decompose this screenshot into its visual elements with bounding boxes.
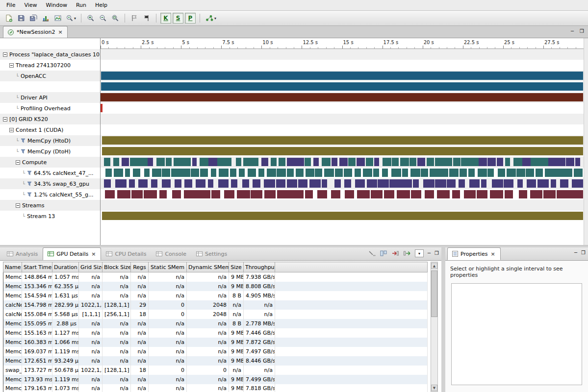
- kernel-interval[interactable]: [504, 179, 513, 188]
- timeline-row-label[interactable]: └Driver API: [0, 92, 101, 103]
- kernel-interval[interactable]: [479, 158, 487, 166]
- filter-icon[interactable]: [27, 192, 32, 197]
- kernel-interval[interactable]: [470, 158, 479, 166]
- kernel-interval[interactable]: [258, 169, 264, 177]
- timeline-row-label[interactable]: └34.3% swap_63_gpu: [0, 178, 101, 189]
- kernel-interval[interactable]: [252, 158, 258, 166]
- kernel-interval[interactable]: [271, 158, 277, 166]
- kernel-interval[interactable]: [305, 158, 311, 166]
- maximize-view-icon[interactable]: ❒: [580, 28, 584, 35]
- collapse-toggle-icon[interactable]: [16, 203, 20, 208]
- kernel-interval[interactable]: [557, 158, 566, 166]
- kernel-interval[interactable]: [401, 179, 412, 188]
- kernel-interval[interactable]: [526, 169, 534, 177]
- kernel-interval[interactable]: [468, 169, 475, 177]
- table-vertical-scrollbar[interactable]: ▲ ▼: [431, 262, 438, 392]
- kernel-interval[interactable]: [378, 179, 389, 188]
- timeline-bar[interactable]: [101, 93, 583, 101]
- column-header-throughput[interactable]: Throughput: [244, 262, 275, 272]
- next-marker-button[interactable]: [128, 12, 140, 24]
- kernel-interval[interactable]: [366, 158, 373, 166]
- kernel-interval[interactable]: [113, 158, 119, 166]
- kernel-interval[interactable]: [435, 179, 446, 188]
- kernel-interval[interactable]: [139, 158, 148, 166]
- kernel-interval[interactable]: [239, 169, 245, 177]
- view-menu-button[interactable]: ▾: [415, 249, 424, 257]
- kernel-interval[interactable]: [152, 169, 161, 177]
- timeline-row-label[interactable]: └Profiling Overhead: [0, 103, 101, 114]
- kernel-interval[interactable]: [332, 158, 337, 166]
- timeline-bar[interactable]: [102, 212, 583, 220]
- timeline-row-label[interactable]: └OpenACC: [0, 71, 101, 81]
- timeline-bar[interactable]: [101, 104, 102, 112]
- timeline-lane[interactable]: [101, 71, 584, 81]
- kernel-interval[interactable]: [251, 190, 262, 198]
- collapse-toggle-icon[interactable]: [3, 117, 7, 122]
- kernel-interval[interactable]: [144, 169, 150, 177]
- kernel-interval[interactable]: [277, 169, 286, 177]
- kernel-interval[interactable]: [517, 179, 522, 188]
- kernel-interval[interactable]: [174, 158, 182, 166]
- kernel-interval[interactable]: [382, 169, 388, 177]
- tab-console[interactable]: Console: [151, 247, 191, 260]
- kernel-interval[interactable]: [162, 169, 170, 177]
- column-header-grid-size[interactable]: Grid Size: [79, 262, 102, 272]
- kernel-interval[interactable]: [211, 169, 216, 177]
- timeline-lane[interactable]: [101, 157, 584, 168]
- gpu-table-row[interactable]: Memcp172.651 ms93.249 µsn/an/an/an/an/a9…: [3, 356, 428, 366]
- kernel-interval[interactable]: [539, 158, 548, 166]
- kernel-interval[interactable]: [560, 179, 568, 188]
- timeline-row-label[interactable]: └1.2% calcNext_55_g...: [0, 189, 101, 200]
- kernel-interval[interactable]: [481, 179, 487, 188]
- gpu-table-row[interactable]: Memcp148.864 ms1.057 msn/an/an/an/an/a9 …: [3, 272, 428, 282]
- kernel-interval[interactable]: [105, 190, 115, 198]
- kernel-interval[interactable]: [435, 158, 444, 166]
- timeline-bar[interactable]: [102, 136, 583, 145]
- kernel-interval[interactable]: [505, 190, 513, 198]
- timeline-lane[interactable]: [101, 103, 584, 114]
- kernel-interval[interactable]: [537, 179, 549, 188]
- gpu-table-row[interactable]: Memcp153.346 ms62.355 µsn/an/an/an/an/a9…: [3, 282, 428, 291]
- kernel-interval[interactable]: [417, 158, 425, 166]
- kernel-interval[interactable]: [196, 179, 206, 188]
- timeline-lane[interactable]: [101, 168, 584, 178]
- kernel-interval[interactable]: [478, 169, 487, 177]
- minimize-properties-icon[interactable]: ─: [574, 249, 577, 256]
- menu-view[interactable]: View: [20, 0, 41, 10]
- column-header-regs[interactable]: Regs: [131, 262, 149, 272]
- timeline-lane[interactable]: [101, 189, 584, 200]
- kernel-interval[interactable]: [296, 169, 303, 177]
- kernel-interval[interactable]: [530, 190, 542, 198]
- timeline-bar[interactable]: [101, 82, 583, 91]
- scroll-down-icon[interactable]: ▼: [431, 385, 437, 391]
- kernel-interval[interactable]: [277, 190, 290, 198]
- kernel-interval[interactable]: [231, 179, 237, 188]
- timeline-vertical-scrollbar[interactable]: [584, 38, 588, 245]
- kernel-interval[interactable]: [242, 179, 249, 188]
- kernel-interval[interactable]: [551, 179, 556, 188]
- kernel-interval[interactable]: [335, 169, 343, 177]
- gpu-table-row[interactable]: calcNe154.798 ms282.99 µs1022,1,1][128,1…: [3, 300, 428, 310]
- kernel-interval[interactable]: [306, 169, 314, 177]
- timeline-row-label[interactable]: Compute: [0, 157, 101, 168]
- kernel-interval[interactable]: [425, 190, 434, 198]
- timeline-lane[interactable]: [101, 114, 584, 124]
- kernel-interval[interactable]: [461, 158, 470, 166]
- kernel-interval[interactable]: [125, 169, 130, 177]
- timeline-row-label[interactable]: Context 1 (CUDA): [0, 124, 101, 135]
- save-button[interactable]: [15, 12, 27, 24]
- tools-menu-button[interactable]: ▾: [64, 12, 77, 24]
- kernel-interval[interactable]: [357, 190, 370, 198]
- kernel-interval[interactable]: [230, 169, 236, 177]
- kernel-interval[interactable]: [159, 190, 167, 198]
- column-header-size[interactable]: Size: [229, 262, 244, 272]
- gpu-table-row[interactable]: Memcp179.163 ms1.073 msn/an/an/an/an/a9 …: [3, 384, 428, 392]
- kernel-interval[interactable]: [557, 190, 570, 198]
- scroll-up-icon[interactable]: ▲: [431, 263, 437, 269]
- kernel-interval[interactable]: [129, 179, 134, 188]
- filter-icon[interactable]: [21, 138, 26, 143]
- timeline-lane[interactable]: [101, 81, 584, 92]
- timeline-row-label[interactable]: └MemCpy (HtoD): [0, 135, 101, 146]
- kernel-interval[interactable]: [459, 179, 465, 188]
- kernel-interval[interactable]: [117, 190, 130, 198]
